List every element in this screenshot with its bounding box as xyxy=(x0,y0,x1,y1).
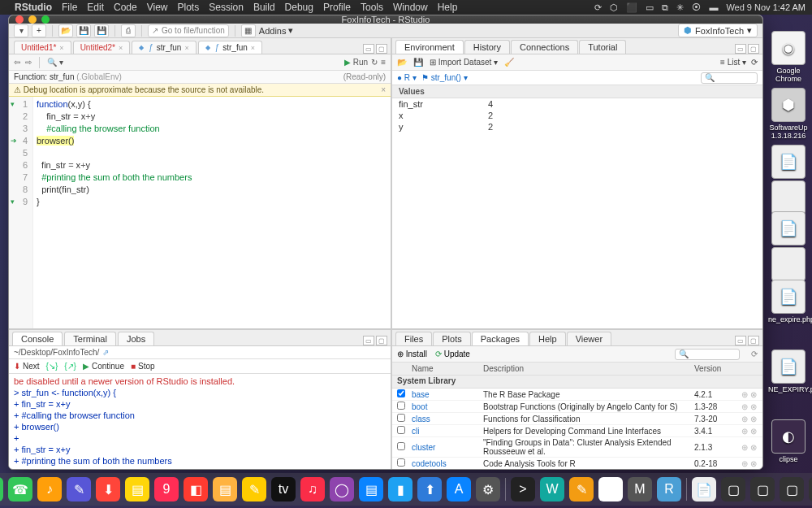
dock-app[interactable]: ▢ xyxy=(780,477,804,501)
pane-min-icon[interactable]: ▭ xyxy=(363,44,374,54)
package-checkbox[interactable] xyxy=(397,389,405,397)
pane-max-icon[interactable]: ▢ xyxy=(376,336,387,345)
package-name-link[interactable]: cli xyxy=(410,427,483,436)
dock-app[interactable]: ♪ xyxy=(37,477,62,501)
package-remove-icon[interactable]: ⊗ xyxy=(750,427,757,436)
desktop-icon[interactable]: 📄ne_expire.php xyxy=(768,280,809,323)
import-dataset-button[interactable]: ⊞ Import Dataset ▾ xyxy=(430,58,498,67)
status-icon[interactable]: ⬛ xyxy=(626,2,637,13)
source-tab[interactable]: ƒ str_fun × xyxy=(132,41,196,54)
close-warning-button[interactable]: × xyxy=(381,85,386,94)
dock-app[interactable]: ▢ xyxy=(750,477,775,501)
package-name-link[interactable]: boot xyxy=(410,402,483,411)
package-remove-icon[interactable]: ⊗ xyxy=(750,459,757,468)
package-name-link[interactable]: class xyxy=(410,415,483,423)
environment-search[interactable] xyxy=(701,72,758,84)
source-tab[interactable]: ƒ str_fun × xyxy=(198,41,262,54)
pane-max-icon[interactable]: ▢ xyxy=(748,336,759,345)
console-output[interactable]: be disabled until a newer version of RSt… xyxy=(9,374,391,470)
code-editor[interactable]: ▾123➔45678▾9 function(x,y) { fin_str = x… xyxy=(9,97,391,328)
dock-app[interactable]: ▢ xyxy=(721,477,745,501)
package-checkbox[interactable] xyxy=(397,458,405,467)
pane-min-icon[interactable]: ▭ xyxy=(363,336,374,345)
desktop-icon[interactable]: 📄 xyxy=(768,211,809,247)
clear-button[interactable]: 🧹 xyxy=(504,58,514,67)
goto-file-function[interactable]: ↗ Go to file/function xyxy=(148,24,229,37)
menu-plots[interactable]: Plots xyxy=(178,2,200,13)
menu-help[interactable]: Help xyxy=(438,2,458,13)
source-menu-button[interactable]: ≡ xyxy=(381,58,386,67)
dock-app[interactable]: ✉ xyxy=(0,477,3,501)
dock-app[interactable]: > xyxy=(511,477,535,501)
dock-app[interactable]: ☎ xyxy=(8,477,32,501)
desktop-icon[interactable]: ◉Google Chrome xyxy=(768,31,809,83)
dock-app[interactable]: 📄 xyxy=(692,477,716,501)
desktop-icon[interactable]: 📄NE_EXPIRY.php xyxy=(768,350,809,393)
pane-max-icon[interactable]: ▢ xyxy=(376,44,387,54)
close-tab-icon[interactable]: × xyxy=(119,44,123,52)
status-icon[interactable]: ⧉ xyxy=(662,2,668,13)
dock-app[interactable]: R xyxy=(657,477,681,501)
install-button[interactable]: ⊕ Install xyxy=(397,350,427,358)
dock-app[interactable]: ✎ xyxy=(569,477,594,501)
package-name-link[interactable]: codetools xyxy=(410,459,483,468)
console-tab-console[interactable]: Console xyxy=(12,332,63,345)
menu-debug[interactable]: Debug xyxy=(285,2,313,13)
pkg-tab-packages[interactable]: Packages xyxy=(472,332,529,345)
package-checkbox[interactable] xyxy=(397,442,405,450)
step-out-button[interactable]: {↗} xyxy=(64,362,76,371)
dock-app[interactable]: ◧ xyxy=(184,477,208,501)
load-workspace-button[interactable]: 📂 xyxy=(397,58,407,67)
console-tab-terminal[interactable]: Terminal xyxy=(64,332,116,345)
package-remove-icon[interactable]: ⊗ xyxy=(750,443,757,452)
step-into-button[interactable]: {↘} xyxy=(46,362,58,371)
menu-window[interactable]: Window xyxy=(393,2,428,13)
save-button[interactable]: 💾 xyxy=(76,24,91,37)
desktop-icon[interactable]: 📄 xyxy=(768,145,809,180)
pane-min-icon[interactable]: ▭ xyxy=(735,336,746,345)
package-name-link[interactable]: cluster xyxy=(410,443,483,452)
menu-view[interactable]: View xyxy=(147,2,168,13)
status-icon[interactable]: ▭ xyxy=(646,2,654,13)
dock-app[interactable]: ▮ xyxy=(388,477,412,501)
dock-app[interactable]: ▤ xyxy=(213,477,237,501)
close-tab-icon[interactable]: × xyxy=(184,44,188,52)
dock-app[interactable]: ✎ xyxy=(67,477,91,501)
dock-app[interactable]: M xyxy=(628,477,652,501)
project-selector[interactable]: ⬢ FoxInfoTech ▾ xyxy=(678,24,758,37)
dock-app[interactable]: ▤ xyxy=(125,477,149,501)
env-tab-connections[interactable]: Connections xyxy=(511,40,578,54)
menu-session[interactable]: Session xyxy=(209,2,244,13)
dock-app[interactable]: ▤ xyxy=(359,477,383,501)
source-tab[interactable]: Untitled1* × xyxy=(14,41,71,54)
menu-profile[interactable]: Profile xyxy=(323,2,351,13)
dock-app[interactable]: ✎ xyxy=(242,477,266,501)
package-web-icon[interactable]: ⊕ xyxy=(741,415,748,423)
package-web-icon[interactable]: ⊕ xyxy=(741,459,748,468)
debug-stop-button[interactable]: ■Stop xyxy=(131,362,155,371)
clock[interactable]: Wed 9 Nov 1:42 AM xyxy=(726,2,806,12)
bluetooth-icon[interactable]: ✳ xyxy=(676,2,684,13)
menu-tools[interactable]: Tools xyxy=(361,2,383,13)
grid-button[interactable]: ▦ xyxy=(241,24,256,37)
dock-app[interactable]: ♫ xyxy=(300,477,325,501)
function-scope[interactable]: ⚑ str_fun() ▾ xyxy=(421,73,468,82)
dock-app[interactable]: 9 xyxy=(154,477,179,501)
new-project-button[interactable]: + xyxy=(32,24,46,37)
pkg-tab-viewer[interactable]: Viewer xyxy=(567,332,611,345)
source-tab[interactable]: Untitled2* × xyxy=(73,41,131,54)
view-mode-button[interactable]: ≡ List ▾ xyxy=(720,58,746,67)
refresh-button[interactable]: ⟳ xyxy=(751,58,758,67)
dock-app[interactable]: ⚙ xyxy=(476,477,500,501)
env-tab-environment[interactable]: Environment xyxy=(395,40,464,54)
env-variable-row[interactable]: fin_str4 xyxy=(392,98,762,110)
pkg-tab-plots[interactable]: Plots xyxy=(433,332,470,345)
close-tab-icon[interactable]: × xyxy=(59,44,63,52)
pane-min-icon[interactable]: ▭ xyxy=(735,44,746,54)
run-button[interactable]: ▶Run xyxy=(344,58,368,67)
pane-max-icon[interactable]: ▢ xyxy=(748,44,759,54)
fwd-button[interactable]: ⇨ xyxy=(25,58,32,67)
env-variable-row[interactable]: x2 xyxy=(392,110,762,121)
package-remove-icon[interactable]: ⊗ xyxy=(750,390,757,399)
menu-build[interactable]: Build xyxy=(253,2,275,13)
